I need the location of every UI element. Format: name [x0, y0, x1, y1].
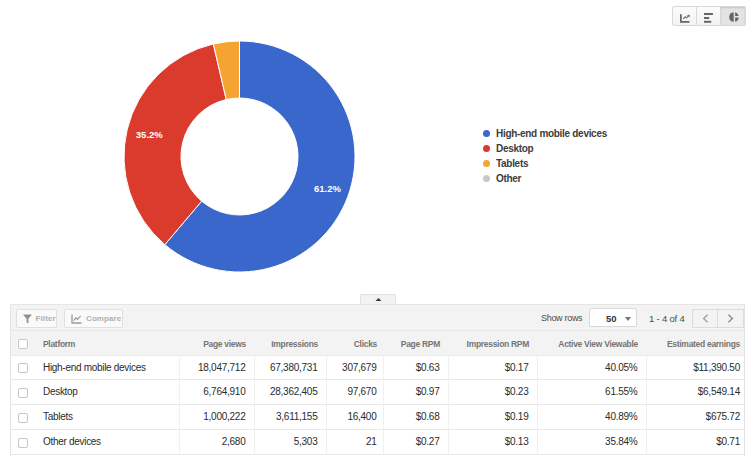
svg-text:61.2%: 61.2% — [314, 183, 341, 194]
svg-text:35.2%: 35.2% — [136, 129, 163, 140]
